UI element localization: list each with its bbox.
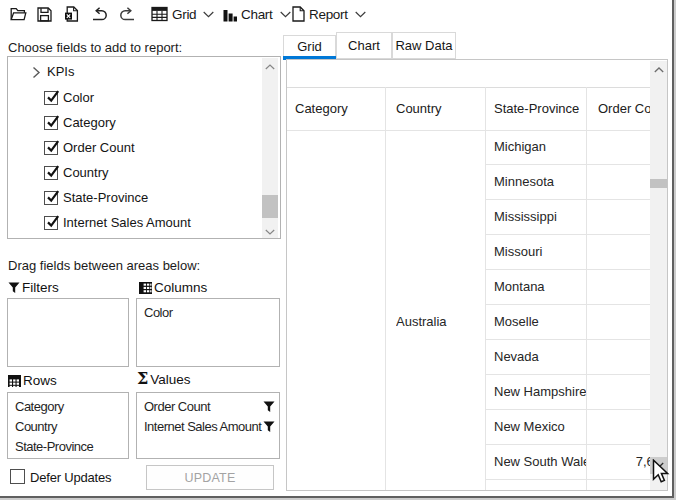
row-border	[485, 234, 667, 235]
filter-funnel-icon	[8, 282, 20, 294]
tree-item-color[interactable]: Color	[9, 85, 262, 110]
export-excel-icon	[64, 6, 79, 22]
pivot-grid-panel: Category Country State-Province Order Co…	[286, 59, 668, 491]
checkbox-checked[interactable]	[44, 141, 58, 155]
filters-label-text: Filters	[22, 280, 59, 295]
scroll-up-icon[interactable]	[654, 67, 664, 73]
report-file-icon	[292, 6, 305, 22]
tree-item-kpis[interactable]: KPIs	[9, 59, 262, 84]
update-button[interactable]: UPDATE	[146, 465, 274, 490]
chart-menu[interactable]: Chart	[223, 0, 291, 28]
rows-drop-area[interactable]: Category Country State-Province	[7, 392, 129, 459]
grid-scrollbar[interactable]	[650, 61, 667, 490]
grid-menu[interactable]: Grid	[151, 0, 214, 28]
grid-cell-state[interactable]: Minnesota	[494, 172, 586, 192]
grid-header-state-province[interactable]: State-Province	[494, 99, 586, 119]
expander-chevron-icon[interactable]	[32, 66, 41, 79]
grid-scrollbar-thumb[interactable]	[650, 179, 667, 188]
row-border	[485, 409, 667, 410]
grid-header-country[interactable]: Country	[396, 99, 484, 119]
tab-chart[interactable]: Chart	[336, 32, 392, 59]
undo-button[interactable]	[92, 0, 108, 28]
field-pill-label: State-Province	[15, 437, 128, 457]
columns-drop-area[interactable]: Color	[136, 298, 280, 367]
tree-item-order-count[interactable]: Order Count	[9, 135, 262, 160]
grid-cell-state[interactable]: Nevada	[494, 347, 586, 367]
filter-funnel-icon[interactable]	[263, 401, 275, 413]
tree-item-label: Category	[63, 115, 116, 130]
scroll-up-icon[interactable]	[265, 64, 275, 70]
checkbox-checked[interactable]	[44, 216, 58, 230]
sigma-icon: Σ	[137, 371, 148, 387]
values-drop-area[interactable]: Order Count Internet Sales Amount	[136, 392, 280, 459]
tree-item-label: Order Count	[63, 140, 135, 155]
grid-header-border	[287, 130, 667, 131]
field-list-tree: KPIs Color Category Order Count	[7, 56, 281, 239]
defer-updates-label: Defer Updates	[30, 470, 111, 485]
field-pill-label: Order Count	[144, 397, 263, 417]
column-separator	[586, 87, 587, 490]
row-border	[485, 164, 667, 165]
grid-cell-state[interactable]: Montana	[494, 277, 586, 297]
grid-header-category[interactable]: Category	[295, 99, 383, 119]
tree-scrollbar[interactable]	[262, 58, 278, 238]
tab-grid[interactable]: Grid	[283, 35, 336, 56]
checkbox-checked[interactable]	[44, 116, 58, 130]
checkbox-checked[interactable]	[44, 191, 58, 205]
rows-field-category[interactable]: Category	[8, 397, 128, 417]
grid-cell-state[interactable]: Moselle	[494, 312, 586, 332]
grid-cell-state[interactable]: New Hampshire	[494, 382, 586, 402]
tree-item-state-province[interactable]: State-Province	[9, 185, 262, 210]
bar-chart-icon	[223, 7, 237, 22]
rows-table-icon	[8, 375, 21, 387]
tree-item-category[interactable]: Category	[9, 110, 262, 135]
rows-label-text: Rows	[23, 373, 57, 388]
tab-label: Raw Data	[395, 38, 452, 53]
tree-item-country[interactable]: Country	[9, 160, 262, 185]
open-button[interactable]	[10, 0, 27, 28]
rows-field-state-province[interactable]: State-Province	[8, 437, 128, 457]
chevron-down-icon	[355, 11, 366, 18]
values-field-internet-sales-amount[interactable]: Internet Sales Amount	[137, 417, 279, 437]
chevron-down-icon	[203, 11, 214, 18]
tab-raw-data[interactable]: Raw Data	[392, 32, 456, 59]
field-pill-label: Category	[15, 397, 128, 417]
save-button[interactable]	[37, 0, 52, 28]
drag-areas-instruction: Drag fields between areas below:	[8, 258, 200, 273]
redo-button[interactable]	[119, 0, 135, 28]
filter-funnel-icon[interactable]	[263, 421, 275, 433]
tab-label: Chart	[348, 38, 380, 53]
values-field-order-count[interactable]: Order Count	[137, 397, 279, 417]
tree-scrollbar-thumb[interactable]	[262, 195, 278, 218]
grid-cell-state[interactable]: Mississippi	[494, 207, 586, 227]
filters-drop-area[interactable]	[7, 298, 129, 367]
row-border	[485, 479, 667, 480]
report-menu[interactable]: Report	[292, 0, 366, 28]
tree-item-internet-sales-amount[interactable]: Internet Sales Amount	[9, 210, 262, 235]
scroll-down-icon[interactable]	[265, 229, 275, 235]
tree-item-label: State-Province	[63, 190, 148, 205]
values-label-text: Values	[150, 372, 190, 387]
chart-menu-label: Chart	[241, 7, 273, 22]
grid-cell-state[interactable]: Missouri	[494, 242, 586, 262]
defer-updates-checkbox[interactable]	[10, 469, 25, 484]
grid-cell-state[interactable]: Michigan	[494, 137, 586, 157]
columns-field-color[interactable]: Color	[137, 303, 279, 323]
grid-cell-state[interactable]: New South Wales	[494, 452, 586, 472]
undo-icon	[92, 7, 108, 22]
checkbox-checked[interactable]	[44, 166, 58, 180]
grid-table-icon	[151, 6, 168, 22]
grid-cell-state[interactable]: New Mexico	[494, 417, 586, 437]
checkbox-checked[interactable]	[44, 91, 58, 105]
row-border	[485, 339, 667, 340]
columns-label-text: Columns	[154, 280, 207, 295]
row-border	[485, 304, 667, 305]
rows-field-country[interactable]: Country	[8, 417, 128, 437]
report-menu-label: Report	[309, 7, 348, 22]
chevron-down-icon	[280, 11, 291, 18]
row-border	[485, 269, 667, 270]
export-button[interactable]	[64, 0, 79, 28]
redo-icon	[119, 7, 135, 22]
grid-top-border	[287, 87, 667, 88]
grid-cell-country[interactable]: Australia	[396, 312, 484, 332]
